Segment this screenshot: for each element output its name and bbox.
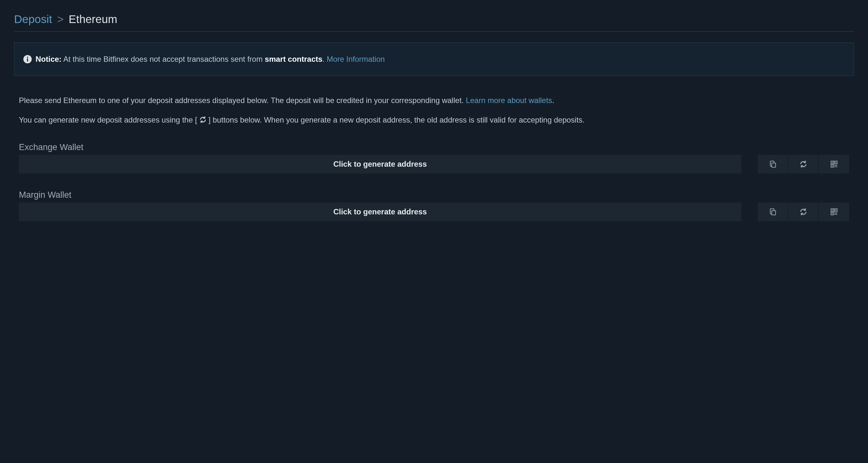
learn-wallets-link[interactable]: Learn more about wallets — [466, 96, 552, 105]
svg-rect-11 — [836, 164, 837, 165]
svg-rect-7 — [835, 162, 836, 163]
svg-rect-3 — [772, 163, 775, 167]
intro-p1-before: Please send Ethereum to one of your depo… — [19, 96, 466, 105]
intro-p2-before: You can generate new deposit addresses u… — [19, 116, 199, 124]
wallet-exchange-title: Exchange Wallet — [19, 143, 849, 152]
svg-rect-21 — [832, 213, 833, 214]
svg-rect-13 — [835, 165, 836, 166]
svg-rect-25 — [835, 213, 836, 214]
svg-rect-24 — [834, 214, 835, 215]
wallet-exchange-section: Exchange Wallet Click to generate addres… — [19, 143, 849, 174]
notice-text: Notice: At this time Bitfinex does not a… — [35, 54, 385, 65]
svg-rect-10 — [834, 164, 835, 165]
copy-icon — [769, 160, 777, 168]
wallet-exchange-row: Click to generate address — [19, 155, 849, 174]
breadcrumb: Deposit > Ethereum — [14, 13, 854, 32]
wallet-margin-title: Margin Wallet — [19, 190, 849, 200]
svg-rect-17 — [832, 210, 833, 211]
breadcrumb-deposit-link[interactable]: Deposit — [14, 13, 52, 25]
qr-icon — [831, 208, 838, 215]
intro-paragraph-1: Please send Ethereum to one of your depo… — [19, 94, 849, 106]
qr-icon — [831, 161, 838, 168]
refresh-icon-inline — [199, 116, 207, 123]
intro-p2-after: ] buttons below. When you generate a new… — [207, 116, 585, 124]
svg-rect-1 — [27, 58, 28, 61]
more-information-link[interactable]: More Information — [327, 55, 385, 63]
notice-box: Notice: At this time Bitfinex does not a… — [14, 42, 854, 76]
svg-rect-23 — [836, 212, 837, 213]
intro-paragraph-2: You can generate new deposit addresses u… — [19, 114, 849, 126]
refresh-button-margin[interactable] — [788, 203, 819, 221]
wallet-exchange-actions — [758, 155, 849, 174]
notice-label: Notice: — [35, 55, 61, 63]
copy-button-margin[interactable] — [758, 203, 788, 221]
notice-body-before: At this time Bitfinex does not accept tr… — [61, 55, 265, 63]
breadcrumb-asset: Ethereum — [69, 13, 118, 25]
notice-body-after: . — [322, 55, 327, 63]
svg-point-2 — [27, 57, 28, 58]
copy-button-exchange[interactable] — [758, 155, 788, 174]
copy-icon — [769, 208, 777, 216]
notice-bold-term: smart contracts — [265, 55, 322, 63]
info-section: Please send Ethereum to one of your depo… — [14, 94, 854, 221]
intro-p1-after: . — [552, 96, 554, 105]
refresh-icon — [800, 208, 807, 216]
svg-rect-12 — [834, 166, 835, 167]
svg-rect-19 — [835, 210, 836, 211]
svg-rect-15 — [772, 211, 775, 215]
svg-rect-5 — [832, 162, 833, 163]
svg-rect-9 — [832, 165, 833, 166]
info-icon — [23, 55, 32, 63]
svg-rect-22 — [834, 212, 835, 213]
qr-button-exchange[interactable] — [819, 155, 849, 174]
generate-address-button-margin[interactable]: Click to generate address — [19, 203, 741, 221]
wallet-margin-row: Click to generate address — [19, 203, 849, 221]
wallet-margin-section: Margin Wallet Click to generate address — [19, 190, 849, 221]
breadcrumb-separator: > — [57, 13, 63, 25]
svg-rect-26 — [836, 214, 837, 215]
svg-rect-14 — [836, 166, 837, 167]
qr-button-margin[interactable] — [819, 203, 849, 221]
refresh-button-exchange[interactable] — [788, 155, 819, 174]
wallet-margin-actions — [758, 203, 849, 221]
refresh-icon — [800, 160, 807, 168]
generate-address-button-exchange[interactable]: Click to generate address — [19, 155, 741, 174]
